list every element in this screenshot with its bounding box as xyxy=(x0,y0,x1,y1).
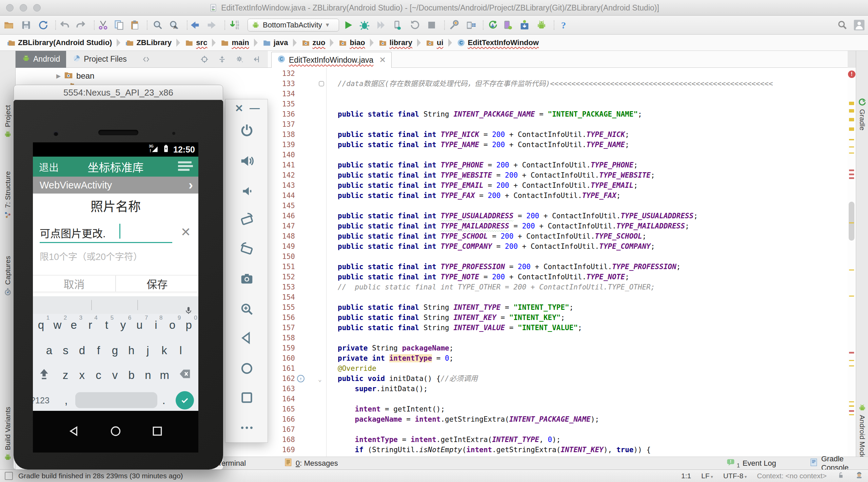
key-v[interactable]: v xyxy=(112,369,118,382)
emulator-rotate-left-button[interactable] xyxy=(239,211,255,227)
key-w[interactable]: w2 xyxy=(53,319,61,332)
cancel-button[interactable]: 取消 xyxy=(33,276,116,292)
close-tab-icon[interactable]: ✕ xyxy=(379,55,386,65)
save-button[interactable] xyxy=(19,18,33,32)
android-button[interactable] xyxy=(535,18,548,32)
sdk-manager-button[interactable] xyxy=(448,18,461,32)
errors-indicator-icon[interactable]: ! xyxy=(848,71,855,78)
emulator-back-button[interactable] xyxy=(239,330,255,346)
nav-back-button[interactable] xyxy=(188,18,202,32)
find-button[interactable] xyxy=(151,18,164,32)
emulator-volume-down-button[interactable] xyxy=(239,183,255,199)
make-button[interactable]: 011001 xyxy=(228,18,241,32)
rerun-button[interactable] xyxy=(408,18,422,32)
locate-target-icon[interactable] xyxy=(200,55,209,64)
key-o[interactable]: o9 xyxy=(169,319,175,332)
coverage-button[interactable] xyxy=(374,18,388,32)
key-z[interactable]: z xyxy=(63,369,68,382)
save-button[interactable]: 保存 xyxy=(116,276,198,292)
period-key[interactable]: . xyxy=(162,394,165,407)
debug-button[interactable] xyxy=(358,18,371,32)
line-ending-selector[interactable]: LF ▾ xyxy=(701,472,713,480)
user-button[interactable] xyxy=(852,18,866,32)
redo-button[interactable] xyxy=(74,18,87,32)
comma-key[interactable]: , xyxy=(64,394,67,407)
editor-scrollbar-thumb[interactable] xyxy=(849,202,854,241)
nav-home-button[interactable] xyxy=(109,424,122,439)
key-n[interactable]: n xyxy=(145,369,151,382)
messages-button[interactable]: 0: Messages xyxy=(283,457,338,470)
breadcrumb-item-edittextinfowindow[interactable]: C EditTextInfoWindow xyxy=(455,38,541,47)
backspace-key[interactable] xyxy=(178,367,193,383)
emulator-zoom-button[interactable] xyxy=(239,301,255,317)
help-button[interactable]: ? xyxy=(557,18,570,32)
key-a[interactable]: a xyxy=(46,344,52,357)
breadcrumb-item-library[interactable]: library xyxy=(376,38,414,47)
emulator-more-button[interactable] xyxy=(239,420,255,436)
hector-inspector-icon[interactable] xyxy=(855,471,863,481)
attach-debugger-button[interactable] xyxy=(391,18,404,32)
run-configuration-selector[interactable]: BottomTabActivity▼ xyxy=(248,19,339,32)
clear-input-icon[interactable]: ✕ xyxy=(181,225,191,239)
nav-recents-button[interactable] xyxy=(151,424,164,439)
key-g[interactable]: g xyxy=(112,344,118,357)
search-button[interactable] xyxy=(835,18,849,32)
gear-icon[interactable] xyxy=(235,55,244,64)
copy-button[interactable] xyxy=(112,18,126,32)
key-q[interactable]: q1 xyxy=(38,319,44,332)
key-c[interactable]: c xyxy=(96,369,101,382)
shift-key[interactable] xyxy=(37,367,51,383)
sync-button[interactable] xyxy=(36,18,50,32)
webview-activity-row[interactable]: WebViewActivity › xyxy=(33,177,198,194)
breadcrumb-item-zblibrary[interactable]: ZBLibrary xyxy=(123,38,174,47)
code-editor[interactable]: 132133//data数据区(存在数据获取或处理代码，但不存在事件监听代码)<… xyxy=(268,68,848,457)
collapse-all-icon[interactable] xyxy=(218,55,226,64)
toolwindow-toggle-icon[interactable] xyxy=(5,472,13,480)
key-s[interactable]: s xyxy=(63,344,68,357)
tab-project-files[interactable]: Project Files xyxy=(66,51,133,68)
sdk-download-button[interactable] xyxy=(518,18,531,32)
key-y[interactable]: y6 xyxy=(120,319,126,332)
emulator-volume-up-button[interactable] xyxy=(239,153,255,169)
key-k[interactable]: k xyxy=(161,344,167,357)
tab-edittextinfowindow[interactable]: C EditTextInfoWindow.java ✕ xyxy=(271,52,392,68)
key-d[interactable]: d xyxy=(79,344,85,357)
gradle-sync-button[interactable] xyxy=(486,18,499,32)
breadcrumb-item-java[interactable]: java xyxy=(260,38,290,47)
key-r[interactable]: r4 xyxy=(88,319,92,332)
breadcrumb-item-src[interactable]: src xyxy=(183,38,209,47)
nav-forward-button[interactable] xyxy=(205,18,218,32)
tool-window-button-gradle[interactable]: Gradle xyxy=(856,98,868,130)
swap-panes-icon[interactable] xyxy=(142,55,151,64)
fold-marker-icon[interactable] xyxy=(296,79,326,89)
emulator-minimize-button[interactable]: — xyxy=(250,102,260,114)
emulator-screenshot-button[interactable] xyxy=(239,271,255,286)
emulator-close-button[interactable]: ✕ xyxy=(235,102,243,114)
key-j[interactable]: j xyxy=(146,344,149,357)
device-monitor-button[interactable] xyxy=(501,18,515,32)
key-p[interactable]: p0 xyxy=(185,319,192,332)
breadcrumb-item-main[interactable]: main xyxy=(218,38,251,47)
event-log-button[interactable]: ! 1 Event Log xyxy=(726,457,776,470)
run-button[interactable] xyxy=(341,18,355,32)
tree-item-bean[interactable]: ▶ bean xyxy=(16,70,94,82)
caret-position[interactable]: 1:1 xyxy=(681,472,691,480)
overriding-method-icon[interactable]: ↑⌄ xyxy=(296,374,326,384)
tab-android-view[interactable]: Android xyxy=(16,51,66,68)
gradle-console-button[interactable]: Gradle Console xyxy=(809,457,868,470)
lock-icon[interactable] xyxy=(837,471,845,481)
expand-arrow-icon[interactable]: ▶ xyxy=(56,73,61,80)
key-l[interactable]: l xyxy=(179,344,182,357)
hide-panel-icon[interactable] xyxy=(253,55,262,64)
breadcrumb-item-ui[interactable]: ui xyxy=(423,38,446,47)
stop-button[interactable] xyxy=(425,18,438,32)
encoding-selector[interactable]: UTF-8 ▾ xyxy=(723,472,747,480)
emulator-home-button[interactable] xyxy=(239,361,255,376)
key-i[interactable]: i8 xyxy=(155,319,157,332)
breadcrumb-item-zuo[interactable]: zuo xyxy=(299,38,328,47)
key-h[interactable]: h xyxy=(128,344,134,357)
avd-manager-button[interactable] xyxy=(464,18,478,32)
emulator-window-title[interactable]: 5554:Nexus_5_API_23_x86 xyxy=(14,85,223,100)
key-t[interactable]: t5 xyxy=(105,319,108,332)
context-indicator[interactable]: Context: <no context> xyxy=(757,472,827,480)
